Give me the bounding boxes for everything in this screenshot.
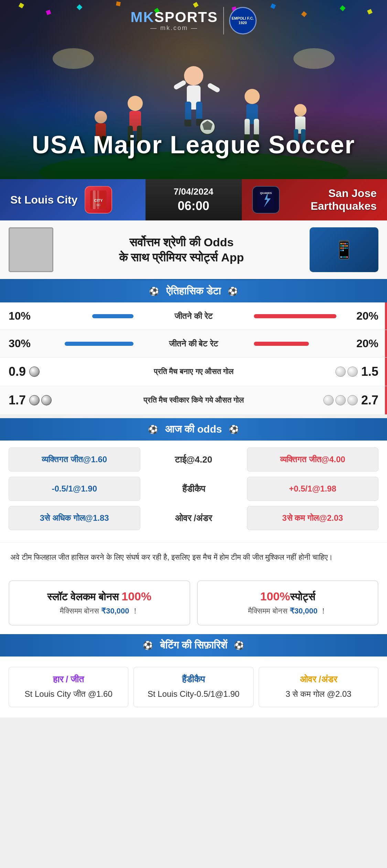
odds-header-title: आज की odds [165,423,222,435]
promo-app-phones: 📱 [310,227,378,272]
away-team-badge: QUAKES [252,186,280,214]
hero-title-area: USA Major League Soccer [0,131,387,158]
promo-text: सर्वोत्तम श्रेणी की Odds के साथ प्रीमियर… [60,235,303,265]
historical-header-title: ऐतिहासिक डेटा [166,285,221,297]
away-team-name: San Jose Earthquakes [287,187,377,213]
odds-over-right-btn[interactable]: 3से कम गोल@2.03 [247,506,379,530]
away-team-section: QUAKES San Jose Earthquakes [242,179,387,220]
odds-handicap-left-btn[interactable]: -0.5/1@1.90 [9,477,140,501]
rec-cards-row: हार / जीत St Louis City जीत @1.60 हैंडीक… [9,667,378,707]
bet-rate-right-value: 20% [344,337,378,350]
soccer-ball-icon-odds-right: ⚽ [229,425,239,434]
phone-icon: 📱 [333,240,355,260]
win-rate-bars: जीतने की रेट [43,311,344,321]
betting-rec-section-header: ⚽ बेटिंग की सिफ़ारिशें ⚽ [0,634,387,657]
soccer-ball-icon-rec-right: ⚽ [234,641,244,650]
odds-personal-win-row: व्यक्तिगत जीत@1.60 टाई@4.20 व्यक्तिगत जी… [9,447,378,472]
bonus-sports-title: 100%स्पोर्ट्स [205,590,371,603]
bet-rate-bar-left [65,342,133,346]
odds-handicap-right-btn[interactable]: +0.5/1@1.98 [247,477,379,501]
avg-concede-right-icons [323,395,358,405]
betting-rec-header-title: बेटिंग की सिफ़ारिशें [160,639,227,651]
soccer-ball-icon-odds-left: ⚽ [148,425,158,434]
soccer-ball-icon-rec-left: ⚽ [143,641,153,650]
rec-win-loss-value: St Louis City जीत @1.60 [14,688,123,700]
rec-handicap-title: हैंडीकैप [139,674,248,685]
odds-handicap-row: -0.5/1@1.90 हैंडीकैप +0.5/1@1.98 [9,477,378,501]
home-team-badge: CITY SC [85,186,112,214]
stl-city-logo-svg: CITY SC [87,189,109,211]
soccer-ball-icon-left: ⚽ [149,287,159,296]
avg-goals-row: 0.9 प्रति मैच बनाए गए औसत गोल 1.5 [0,358,387,386]
svg-text:CITY: CITY [94,198,103,203]
bet-rate-bar-right-container [249,342,344,346]
match-center-info: 7/04/2024 06:00 [146,179,242,220]
ball-icon-7 [335,395,346,405]
rec-over-value: 3 से कम गोल @2.03 [264,688,373,700]
ball-icon-5 [41,395,52,405]
rec-card-win-loss: हार / जीत St Louis City जीत @1.60 [9,667,128,707]
bet-rate-bar-right [254,342,309,346]
win-rate-label: जीतने की रेट [139,311,249,321]
win-rate-bar-left [92,314,133,318]
info-text-content: अवे टीम फिलहाल जीत हासिल करने के लिए संघ… [10,551,377,563]
home-team-section: St Louis City CITY SC [0,179,146,220]
svg-point-3 [184,66,203,85]
quakes-logo-svg: QUAKES [255,189,277,211]
match-time: 06:00 [178,199,209,213]
promo-line1: सर्वोत्तम श्रेणी की Odds [129,235,234,250]
odds-personal-win-left-btn[interactable]: व्यक्तिगत जीत@1.60 [9,447,140,472]
avg-concede-left-value: 1.7 [9,393,26,407]
win-rate-bar-right [254,314,336,318]
avg-concede-row: 1.7 प्रति मैच स्वीकार किये गये औसत गोल 2… [0,386,387,415]
ball-icon-8 [347,395,358,405]
avg-concede-left-icons [29,395,52,405]
svg-text:SC: SC [96,203,100,207]
svg-point-0 [53,48,94,69]
red-stripe-2 [385,330,387,357]
bet-rate-bars: जीतने की बेट रेट [43,339,344,349]
avg-concede-left: 1.7 [9,393,77,407]
red-stripe-3 [385,358,387,386]
avg-goals-label: प्रति मैच बनाए गए औसत गोल [77,367,310,376]
ball-icon-3 [347,366,358,377]
win-rate-bar-right-container [249,314,344,318]
soccer-ball-icon-right: ⚽ [228,287,238,296]
red-stripe [385,302,387,330]
avg-goals-left-value: 0.9 [9,364,26,379]
svg-point-19 [245,89,260,104]
rec-over-title: ओवर /अंडर [264,674,373,685]
avg-goals-right-value: 1.5 [361,364,378,379]
bet-rate-bar-left-container [43,342,139,346]
svg-point-13 [128,96,143,111]
bonus-card-sports[interactable]: 100%स्पोर्ट्स मैक्सिमम बोनस ₹30,000 ！ [197,580,379,626]
odds-tie-label[interactable]: टाई@4.20 [146,454,242,465]
match-bar: St Louis City CITY SC 7/04/2024 06:00 QU… [0,179,387,220]
bonus-card-slots[interactable]: स्लॉट वेलकम बोनस 100% मैक्सिमम बोनस ₹30,… [9,580,190,626]
avg-goals-right-icons [335,366,358,377]
ball-icon-1 [29,366,40,377]
bet-rate-label: जीतने की बेट रेट [139,339,249,349]
hero-title: USA Major League Soccer [0,131,387,158]
bet-rate-row: 30% जीतने की बेट रेट 20% [0,330,387,358]
rec-card-handicap: हैंडीकैप St Louis City-0.5/1@1.90 [133,667,253,707]
historical-section-header: ⚽ ऐतिहासिक डेटा ⚽ [0,280,387,302]
home-team-name: St Louis City [10,194,78,206]
bet-rate-left-value: 30% [9,337,43,350]
avg-goals-right: 1.5 [310,364,378,379]
odds-section-header: ⚽ आज की odds ⚽ [0,418,387,441]
win-rate-row: 10% जीतने की रेट 20% [0,302,387,330]
info-text-section: अवे टीम फिलहाल जीत हासिल करने के लिए संघ… [0,542,387,572]
promo-line2: के साथ प्रीमियर स्पोर्ट्स App [119,250,244,265]
bonus-section: स्लॉट वेलकम बोनस 100% मैक्सिमम बोनस ₹30,… [0,572,387,634]
odds-personal-win-right-btn[interactable]: व्यक्तिगत जीत@4.00 [247,447,379,472]
win-rate-bar-left-container [43,314,139,318]
svg-rect-9 [173,80,187,90]
promo-banner[interactable]: सर्वोत्तम श्रेणी की Odds के साथ प्रीमियर… [0,220,387,280]
rec-win-loss-title: हार / जीत [14,674,123,685]
betting-recommendations-section: हार / जीत St Louis City जीत @1.60 हैंडीक… [0,657,387,717]
rec-card-over-under: ओवर /अंडर 3 से कम गोल @2.03 [259,667,378,707]
bonus-slots-subtitle: मैक्सिमम बोनस ₹30,000 ！ [16,606,183,616]
odds-over-left-btn[interactable]: 3से अधिक गोल@1.83 [9,506,140,530]
odds-over-under-row: 3से अधिक गोल@1.83 ओवर /अंडर 3से कम गोल@2… [9,506,378,530]
